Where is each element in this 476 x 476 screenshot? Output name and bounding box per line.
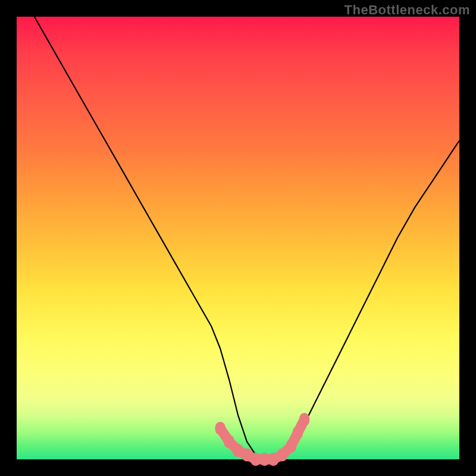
curve-marker xyxy=(259,453,270,466)
curve-markers xyxy=(215,413,309,466)
curve-marker xyxy=(293,426,303,439)
bottleneck-curve xyxy=(35,17,459,459)
curve-marker xyxy=(233,444,243,457)
curve-marker xyxy=(277,449,287,462)
curve-marker xyxy=(250,453,261,466)
chart-frame: TheBottleneck.com xyxy=(0,0,476,476)
curve-marker xyxy=(215,422,226,435)
curve-marker xyxy=(242,449,252,462)
curve-marker xyxy=(286,440,296,453)
curve-marker xyxy=(224,435,234,448)
plot-area xyxy=(17,17,459,459)
branding-watermark: TheBottleneck.com xyxy=(345,2,470,18)
bottleneck-curve-svg xyxy=(17,17,459,459)
curve-marker xyxy=(268,453,278,466)
curve-marker xyxy=(299,413,309,426)
